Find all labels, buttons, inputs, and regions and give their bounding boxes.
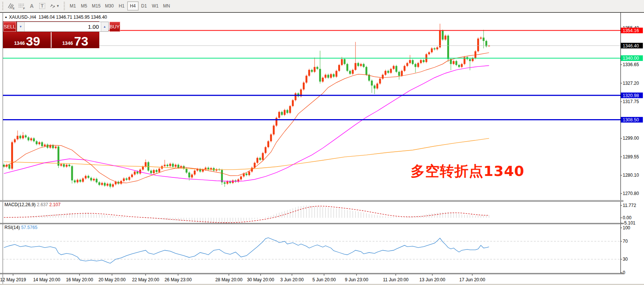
buy-button[interactable]: BUY	[109, 22, 120, 32]
time-label: 3 Jun 20:00	[280, 277, 304, 282]
symbol-ohlc-row: ▲XAUUSD-,H4 1346.04 1346.71 1345.95 1346…	[4, 15, 107, 20]
svg-text:1340.00: 1340.00	[623, 56, 639, 61]
price-tick: 1327.20	[623, 81, 639, 86]
macd-main-value: 2.637	[37, 202, 48, 207]
tool-f-letter: F	[23, 7, 25, 10]
svg-text:1354.16: 1354.16	[623, 28, 639, 33]
toolbar: E F A T ▼ M1M5M15M30	[0, 0, 644, 12]
volume-increase-button[interactable]: ▲	[101, 22, 108, 31]
volume-input[interactable]	[25, 22, 101, 31]
time-label: 14 May 20:00	[33, 277, 60, 282]
annotation-text: 多空转折点1340	[411, 162, 525, 181]
chevron-down-icon: ▼	[56, 4, 60, 8]
timeframe-button-w1[interactable]: W1	[150, 1, 161, 10]
timeframe-button-m15[interactable]: M15	[90, 1, 103, 10]
rsi-label-row: RSI(14) 57.5765	[4, 225, 37, 230]
toolbar-grip[interactable]	[1, 2, 3, 10]
buy-price-tile[interactable]: 1346 73	[52, 32, 99, 48]
time-label: 5 Jun 20:00	[312, 277, 336, 282]
timeframe-button-m1[interactable]: M1	[67, 1, 78, 10]
time-label: 28 May 20:00	[215, 277, 243, 282]
timeframe-button-h1[interactable]: H1	[116, 1, 127, 10]
time-label: 30 May 20:00	[247, 277, 274, 282]
volume-spinner: ▼ ▲	[17, 22, 109, 32]
chart-canvas[interactable]: 1355.401336.651327.201317.751299.001289.…	[0, 12, 644, 285]
arrows-glyph	[50, 3, 56, 9]
tool-f-icon[interactable]: F	[16, 1, 26, 10]
time-label: 26 May 23:00	[165, 277, 192, 282]
ohlc-values: 1346.04 1346.71 1345.95 1346.40	[38, 15, 107, 20]
time-label: 11 Jun 20:00	[383, 277, 409, 282]
rsi-value: 57.5765	[21, 225, 37, 230]
rsi-tick: 70	[623, 239, 628, 244]
rsi-name: RSI(14)	[4, 225, 20, 230]
timeframe-toolbar: M1M5M15M30H1H4D1W1MN	[67, 1, 172, 10]
macd-tick: 11.772	[623, 203, 636, 208]
text-label-icon[interactable]: A	[27, 1, 37, 10]
one-click-trade-panel: SELL ▼ ▲ BUY 1346 39 1346 73	[3, 21, 99, 48]
time-label: 9 Jun 23:00	[345, 277, 368, 282]
tool-e-icon[interactable]: E	[6, 1, 16, 10]
timeframe-button-d1[interactable]: D1	[139, 1, 150, 10]
sell-button[interactable]: SELL	[3, 22, 16, 32]
sell-price-big: 39	[26, 34, 40, 48]
svg-text:1308.50: 1308.50	[623, 117, 639, 123]
price-tick: 1336.65	[623, 62, 639, 67]
chart-window: 1355.401336.651327.201317.751299.001289.…	[0, 12, 644, 285]
collapse-triangle-icon[interactable]: ▲	[4, 15, 7, 19]
time-label: 12 May 2019	[0, 277, 26, 282]
tool-e-letter: E	[13, 7, 15, 10]
sell-price-small: 1346	[14, 40, 25, 46]
macd-tick: 0.00	[623, 215, 632, 220]
svg-text:1346.40: 1346.40	[623, 43, 639, 49]
time-label: 17 Jun 20:00	[459, 277, 485, 282]
price-tick: 1289.55	[623, 154, 639, 159]
symbol-title: XAUUSD-,H4	[9, 15, 36, 20]
macd-name: MACD(12,26,9)	[4, 202, 35, 207]
price-tick: 1280.10	[623, 173, 639, 178]
rsi-tick: 30	[623, 257, 628, 262]
macd-label-row: MACD(12,26,9) 2.637 2.107	[4, 202, 60, 207]
arrow-tools-icon[interactable]: ▼	[48, 1, 61, 10]
macd-signal-value: 2.107	[49, 202, 60, 207]
time-label: 16 May 20:00	[66, 277, 93, 282]
rsi-tick: 0	[623, 270, 625, 275]
toolbar-grip-2[interactable]	[63, 2, 65, 10]
price-tick: 1317.75	[623, 99, 639, 104]
buy-price-small: 1346	[62, 40, 73, 46]
text-box-icon[interactable]: T	[37, 1, 47, 10]
rsi-tick: 100	[623, 225, 630, 230]
timeframe-button-m30[interactable]: M30	[103, 1, 116, 10]
mt4-terminal: E F A T ▼ M1M5M15M30	[0, 0, 644, 285]
time-label: 13 Jun 20:00	[419, 277, 445, 282]
sell-price-tile[interactable]: 1346 39	[3, 32, 52, 48]
buy-price-big: 73	[74, 34, 88, 48]
time-label: 22 May 20:00	[132, 277, 159, 282]
price-tick: 1270.80	[623, 191, 639, 196]
text-box-letter: T	[39, 3, 45, 9]
price-tick: 1299.00	[623, 136, 639, 141]
timeframe-button-h4[interactable]: H4	[127, 1, 139, 10]
svg-text:1320.98: 1320.98	[623, 93, 639, 98]
time-label: 20 May 20:00	[99, 277, 126, 282]
volume-decrease-button[interactable]: ▼	[17, 22, 25, 31]
timeframe-button-m5[interactable]: M5	[78, 1, 90, 10]
timeframe-button-mn[interactable]: MN	[161, 1, 172, 10]
text-label-letter: A	[30, 3, 34, 9]
